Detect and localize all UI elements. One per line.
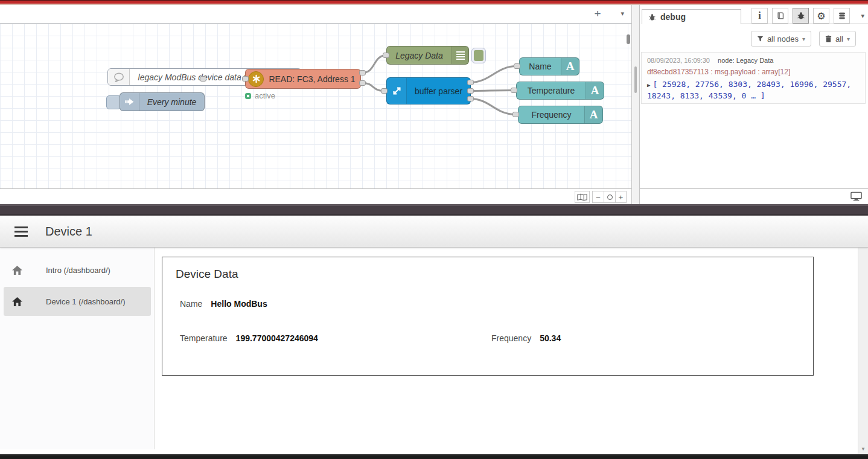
name-input-port[interactable] bbox=[514, 63, 520, 69]
home-icon bbox=[12, 297, 23, 306]
info-panel-button[interactable]: i bbox=[752, 8, 768, 24]
filter-funnel-icon bbox=[757, 36, 764, 42]
expand-arrows-icon bbox=[387, 78, 407, 104]
splitter-handle-icon bbox=[634, 66, 637, 93]
message-timestamp: 08/09/2023, 16:09:30 bbox=[647, 57, 710, 64]
buffer-parser-node[interactable]: buffer parser bbox=[386, 77, 471, 104]
dashboard-header: Device 1 bbox=[0, 216, 868, 248]
parser-output-port-2[interactable] bbox=[467, 88, 474, 94]
inject-output-port[interactable] bbox=[200, 76, 206, 82]
text-a-icon: A bbox=[586, 82, 604, 99]
workspace-footer: − + bbox=[0, 188, 631, 204]
debug-panel-button[interactable] bbox=[793, 8, 809, 24]
canvas-vertical-scrollbar[interactable] bbox=[627, 34, 630, 44]
device-data-card: Device Data NameHello ModBus Temperature… bbox=[162, 257, 814, 376]
screen: + ▾ legacy ModBus device dat bbox=[0, 0, 868, 459]
modbus-output-port-2[interactable] bbox=[359, 80, 366, 86]
debug-sidebar: debug i ⚙ ▾ all nodes bbox=[640, 5, 868, 204]
message-payload: ▶[ 25928, 27756, 8303, 28493, 16996, 295… bbox=[647, 79, 860, 101]
field-temperature-label: Temperature bbox=[180, 333, 228, 343]
field-frequency-value: 50.34 bbox=[540, 333, 561, 343]
nav-item-intro[interactable]: Intro (/dashboard/) bbox=[4, 255, 151, 284]
modbus-label: READ: FC3, Address 1 bbox=[264, 74, 360, 84]
modbus-input-port[interactable] bbox=[242, 76, 249, 82]
help-panel-button[interactable] bbox=[772, 8, 788, 24]
parser-output-port-1[interactable] bbox=[467, 80, 474, 85]
legacy-data-debug-node[interactable]: Legacy Data bbox=[386, 46, 469, 65]
dashboard-scrollbar[interactable]: ▲ ▼ bbox=[858, 216, 868, 454]
expand-payload-caret[interactable]: ▶ bbox=[647, 82, 650, 88]
modbus-output-port-1[interactable] bbox=[359, 70, 366, 75]
parser-label: buffer parser bbox=[407, 86, 470, 96]
zoom-out-button[interactable]: − bbox=[592, 191, 604, 203]
home-icon bbox=[12, 266, 23, 275]
tab-debug[interactable]: debug bbox=[642, 9, 741, 24]
text-a-icon: A bbox=[584, 106, 602, 123]
filter-nodes-button[interactable]: all nodes ▾ bbox=[751, 31, 811, 47]
comment-bubble-icon bbox=[108, 69, 130, 85]
status-text: active bbox=[255, 91, 275, 100]
field-name-value: Hello ModBus bbox=[211, 299, 267, 309]
debug-list-icon bbox=[452, 47, 468, 64]
zoom-reset-button[interactable] bbox=[604, 191, 615, 203]
filter-label: all nodes bbox=[767, 34, 799, 43]
ui-text-node-frequency[interactable]: Frequency A bbox=[518, 106, 603, 124]
ui-text-node-temperature[interactable]: Temperature A bbox=[516, 82, 604, 100]
bug-icon bbox=[797, 11, 805, 20]
text-node-label: Temperature bbox=[517, 86, 586, 95]
gear-icon: ⚙ bbox=[817, 10, 825, 22]
open-dashboard-button[interactable] bbox=[850, 191, 862, 201]
sidebar-footer bbox=[640, 188, 868, 204]
zoom-in-button[interactable]: + bbox=[615, 191, 627, 203]
monitor-icon bbox=[850, 191, 862, 201]
modbus-status: active bbox=[245, 91, 275, 100]
frequency-input-port[interactable] bbox=[512, 112, 519, 117]
text-node-label: Frequency bbox=[519, 110, 584, 120]
sidebar-options-dropdown[interactable]: ▾ bbox=[861, 12, 864, 20]
zoom-reset-icon bbox=[607, 194, 613, 200]
debug-message: 08/09/2023, 16:09:30 node: Legacy Data d… bbox=[641, 52, 866, 104]
message-node-name: node: Legacy Data bbox=[718, 57, 773, 64]
field-frequency: Frequency50.34 bbox=[491, 333, 561, 343]
debug-toolbar: all nodes ▾ all ▾ bbox=[640, 28, 868, 50]
nav-item-device-1[interactable]: Device 1 (/dashboard/) bbox=[4, 287, 151, 316]
debug-input-port[interactable] bbox=[383, 53, 389, 58]
book-icon bbox=[776, 11, 785, 20]
parser-input-port[interactable] bbox=[381, 88, 388, 94]
temperature-input-port[interactable] bbox=[511, 88, 517, 93]
info-icon: i bbox=[758, 10, 761, 21]
card-title: Device Data bbox=[176, 268, 238, 281]
flow-editor: + ▾ legacy ModBus device dat bbox=[0, 5, 868, 204]
window-divider bbox=[0, 204, 868, 216]
field-name: NameHello ModBus bbox=[180, 299, 267, 309]
add-flow-button[interactable]: + bbox=[590, 7, 605, 21]
text-node-label: Name bbox=[520, 62, 561, 71]
modbus-gear-icon bbox=[248, 71, 264, 87]
text-a-icon: A bbox=[561, 58, 579, 75]
field-temperature-value: 199.77000427246094 bbox=[236, 333, 318, 343]
field-name-label: Name bbox=[180, 299, 202, 309]
modbus-read-node[interactable]: READ: FC3, Address 1 bbox=[245, 69, 361, 89]
flow-list-dropdown[interactable]: ▾ bbox=[621, 10, 624, 18]
bottom-window-edge bbox=[0, 454, 868, 459]
scroll-down-icon[interactable]: ▼ bbox=[861, 446, 866, 452]
panel-splitter[interactable] bbox=[631, 5, 640, 204]
parser-output-port-3[interactable] bbox=[467, 96, 474, 101]
status-dot-icon bbox=[245, 93, 251, 99]
context-data-button[interactable] bbox=[834, 8, 850, 24]
dashboard-title: Device 1 bbox=[45, 225, 92, 239]
field-temperature: Temperature199.77000427246094 bbox=[180, 333, 318, 343]
message-meta: df8ecbd817357113 : msg.payload : array[1… bbox=[647, 68, 860, 76]
config-nodes-button[interactable]: ⚙ bbox=[813, 8, 829, 24]
flow-canvas[interactable]: legacy ModBus device data to dashboard E… bbox=[0, 24, 631, 188]
nav-item-label: Intro (/dashboard/) bbox=[46, 266, 110, 275]
debug-toggle-button[interactable] bbox=[471, 48, 486, 63]
debug-node-label: Legacy Data bbox=[387, 51, 452, 60]
inject-node[interactable]: Every minute bbox=[120, 92, 205, 111]
database-icon bbox=[838, 11, 846, 20]
bug-icon bbox=[648, 13, 656, 21]
menu-toggle-button[interactable] bbox=[14, 226, 28, 239]
ui-text-node-name[interactable]: Name A bbox=[519, 57, 579, 75]
clear-messages-button[interactable]: all ▾ bbox=[819, 31, 856, 47]
navigator-map-button[interactable] bbox=[575, 191, 590, 203]
